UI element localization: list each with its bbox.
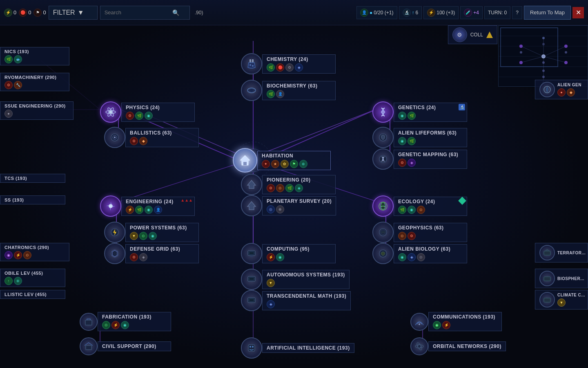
chevron-down-icon: ▼ bbox=[78, 9, 84, 16]
node-genetics[interactable]: 🔬 GENETICS (24) ◉ 🌿 bbox=[372, 101, 467, 123]
alien-gen-icon bbox=[539, 82, 555, 97]
edge-node-tissue-engineering[interactable]: SSUE ENGINEERING (290) ● bbox=[0, 101, 74, 120]
edge-node-ss[interactable]: SS (193) bbox=[0, 195, 65, 204]
edge-node-mobile-lev[interactable]: OBILE LEV (455) ↑ ⊕ bbox=[0, 269, 65, 287]
edge-node-rvomachinery[interactable]: RVOMACHINERY (290) ⚙ 🔧 bbox=[0, 73, 69, 91]
transcendental-math-content: TRANSCENDENTAL MATH (193) ◈ bbox=[262, 291, 351, 310]
biospher-icon bbox=[539, 271, 555, 286]
node-fabrication[interactable]: FABRICATION (193) ⊙ ⚡ ◉ bbox=[80, 312, 171, 331]
alien-lifeforms-icon bbox=[372, 127, 394, 148]
svg-point-61 bbox=[252, 65, 254, 67]
resource-lightning: ⚡ 0 bbox=[4, 9, 16, 17]
svg-point-60 bbox=[249, 64, 251, 66]
node-physics[interactable]: PHYSICS (24) ⚙ 🌿 ◉ bbox=[100, 101, 195, 123]
node-ecology[interactable]: ECOLOGY (24) 🌿 ◉ ⊙ bbox=[372, 195, 467, 217]
alien-biology-icon bbox=[372, 243, 394, 264]
node-communications[interactable]: COMMUNICATIONS (193) ◉ ⚡ bbox=[410, 312, 502, 331]
node-icon-item: ◉ bbox=[398, 112, 406, 120]
engineering-icon bbox=[100, 195, 121, 217]
node-icon-item: ⚙ bbox=[130, 137, 138, 145]
node-icon-item: ◉ bbox=[145, 206, 153, 214]
node-icon-item: ✿ bbox=[281, 160, 289, 168]
node-biochemistry[interactable]: BIOCHEMISTRY (63) 🌿 👤 bbox=[241, 80, 336, 101]
svg-point-70 bbox=[114, 137, 116, 138]
svg-point-78 bbox=[109, 205, 112, 207]
node-engineering[interactable]: ▲▲▲ ENGINEERING (24) ⚡ 🌿 ◉ 👤 bbox=[100, 195, 195, 217]
node-icon-item: ✦ bbox=[262, 160, 270, 168]
node-icon-item: ◈ bbox=[408, 253, 416, 261]
svg-point-39 bbox=[565, 51, 567, 54]
node-alien-lifeforms[interactable]: ALIEN LIFEFORMS (63) ◉ 🌿 bbox=[372, 127, 467, 148]
minimap[interactable] bbox=[498, 25, 588, 87]
topbar: ⚡ 0 🔴 0 ⚑ 0 FILTER ▼ 🔍 .90) 👤 ● 0/20 (+1… bbox=[0, 0, 588, 25]
svg-rect-87 bbox=[250, 256, 253, 257]
communications-content: COMMUNICATIONS (193) ◉ ⚡ bbox=[428, 312, 502, 331]
biochemistry-icon bbox=[241, 80, 262, 101]
node-civil-support[interactable]: CIVIL SUPPORT (290) bbox=[80, 337, 171, 355]
autonomous-systems-content: AUTONOMOUS SYSTEMS (193) ▼ bbox=[262, 270, 350, 289]
filter-dropdown[interactable]: FILTER ▼ bbox=[49, 6, 98, 20]
node-chemistry[interactable]: CHEMISTRY (24) 🌿 🔴 ⚙ ◈ bbox=[241, 53, 336, 74]
node-pioneering[interactable]: PIONEERING (20) ⚙ ⊙ 🌿 ◈ bbox=[241, 174, 336, 195]
edge-node-terrafor[interactable]: TERRAFOR... bbox=[535, 243, 588, 263]
node-geophysics[interactable]: GEOPHYSICS (63) ⊙ ⚙ bbox=[372, 222, 467, 243]
science-icon: 🔬 bbox=[403, 9, 411, 17]
search-input[interactable] bbox=[105, 9, 170, 16]
node-genetic-mapping[interactable]: GENETIC MAPPING (63) ⚙ ◈ bbox=[372, 148, 467, 170]
close-button[interactable]: ✕ bbox=[572, 7, 584, 18]
alien-biology-content: ALIEN BIOLOGY (63) ◉ ◈ ⊙ bbox=[394, 244, 467, 263]
edge-node-nics[interactable]: NICS (193) 🌿 🐟 bbox=[0, 47, 69, 65]
edge-node-biospher[interactable]: BIOSPHER... bbox=[535, 269, 588, 288]
node-icon-item: ⚙ bbox=[267, 184, 275, 192]
science-indicator: 🔬 ↑ 6 bbox=[399, 6, 422, 19]
node-computing[interactable]: COMPUTING (95) ⚡ ◉ bbox=[241, 243, 336, 264]
node-icon-item: 🔧 bbox=[14, 81, 22, 89]
communications-icon bbox=[410, 313, 428, 331]
node-habitation[interactable]: HABITATION ✦ ★ ✿ ⚑ ⊕ bbox=[233, 148, 331, 173]
edge-node-chatronics[interactable]: CHATRONICS (290) ◉ ⚡ ⊙ bbox=[0, 243, 69, 261]
coll-label: COLL bbox=[470, 32, 483, 38]
node-icon-item: ⊕ bbox=[14, 277, 22, 285]
svg-rect-89 bbox=[249, 278, 254, 280]
node-icon-item: ⚡ bbox=[442, 321, 450, 329]
node-orbital-networks[interactable]: ORBITAL NETWORKS (290) bbox=[410, 337, 506, 355]
node-icon-item: ↑ bbox=[4, 277, 13, 285]
energy-icon: ⚡ bbox=[427, 9, 435, 17]
node-icon-item: ⚙ bbox=[408, 232, 416, 240]
node-icon-item: ⚡ bbox=[126, 206, 134, 214]
edge-node-alien-gen[interactable]: ALIEN GEN ● ◆ bbox=[535, 80, 588, 99]
node-alien-biology[interactable]: ALIEN BIOLOGY (63) ◉ ◈ ⊙ bbox=[372, 243, 467, 264]
node-icon-item: ◉ bbox=[121, 321, 129, 329]
node-icon-item: 🌿 bbox=[285, 184, 294, 192]
node-icon-item: ⊙ bbox=[417, 206, 425, 214]
genetics-icon bbox=[372, 101, 394, 123]
artificial-intelligence-content: ARTIFICIAL INTELLIGENCE (193) bbox=[262, 343, 354, 353]
physics-icon bbox=[100, 101, 121, 123]
node-autonomous-systems[interactable]: AUTONOMOUS SYSTEMS (193) ▼ bbox=[241, 269, 350, 290]
node-artificial-intelligence[interactable]: ARTIFICIAL INTELLIGENCE (193) bbox=[241, 337, 354, 359]
node-icon-item: ⚙ bbox=[4, 81, 13, 89]
node-icon-item: ◉ bbox=[408, 206, 416, 214]
node-defense-grid[interactable]: DEFENSE GRID (63) ⚙ ◈ bbox=[104, 243, 199, 264]
edge-node-climate[interactable]: CLIMATE C... ▼ bbox=[535, 290, 588, 310]
node-icon-item: ★ bbox=[271, 160, 279, 168]
help-button[interactable]: ? bbox=[512, 6, 522, 19]
ballistics-icon bbox=[104, 127, 125, 148]
node-transcendental-math[interactable]: TRANSCENDENTAL MATH (193) ◈ bbox=[241, 290, 351, 311]
edge-node-ballistic-lev[interactable]: LLISTIC LEV (455) bbox=[0, 290, 65, 299]
node-ballistics[interactable]: BALLISTICS (63) ⚙ ◆ bbox=[104, 127, 199, 148]
node-icon-item: ⊙ bbox=[398, 232, 406, 240]
node-icon-item: ● bbox=[557, 88, 566, 96]
return-to-map-button[interactable]: Return To Map bbox=[524, 6, 571, 20]
civil-support-icon bbox=[80, 337, 98, 355]
edge-node-tics[interactable]: TCS (193) bbox=[0, 174, 65, 183]
red-icon: 🔴 bbox=[19, 9, 27, 17]
energy-indicator: ⚡ 100 (+3) bbox=[423, 6, 459, 19]
node-power-systems[interactable]: POWER SYSTEMS (63) ▼ ⊙ ◉ bbox=[104, 222, 199, 243]
node-icon-item: ● bbox=[4, 110, 13, 118]
node-icon-item: ▼ bbox=[267, 279, 275, 287]
node-planetary-survey[interactable]: PLANETARY SURVEY (20) ◎ ⊕ bbox=[241, 195, 336, 216]
node-icon-item: ◆ bbox=[139, 137, 147, 145]
genetics-badge: 🔬 bbox=[459, 104, 465, 110]
rank-badge: ▲▲▲ bbox=[180, 198, 193, 202]
